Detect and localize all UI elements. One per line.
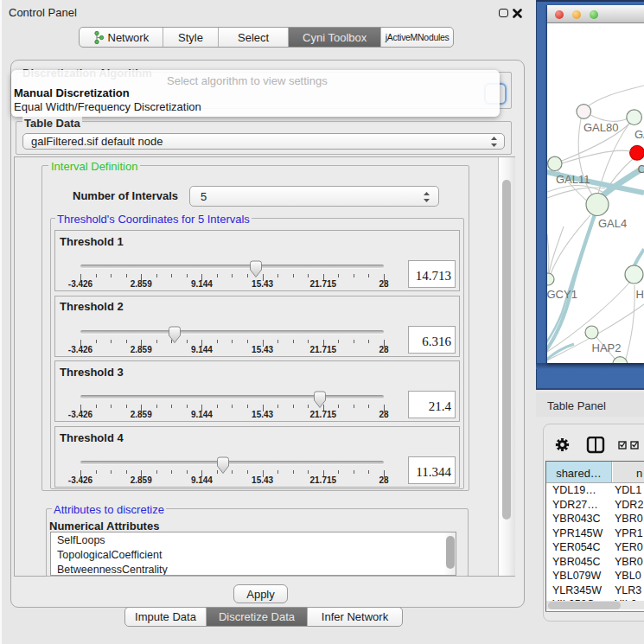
svg-text:GAL80: GAL80 [583,121,618,134]
svg-text:GAL11: GAL11 [556,173,590,186]
svg-text:GCY1: GCY1 [547,288,577,301]
svg-text:GA: GA [634,128,644,141]
svg-text:CY: CY [638,163,644,175]
svg-text:HA: HA [636,288,644,301]
svg-text:HAP2: HAP2 [592,341,622,354]
svg-text:GAL4: GAL4 [598,217,627,230]
